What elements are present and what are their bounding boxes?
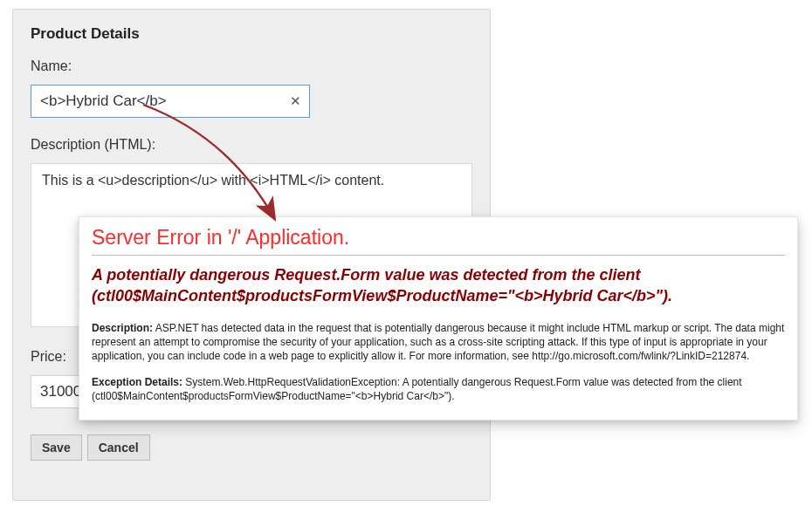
server-error-card: Server Error in '/' Application. A poten…: [79, 216, 798, 421]
error-subhead: A potentially dangerous Request.Form val…: [92, 264, 785, 307]
error-title: Server Error in '/' Application.: [92, 226, 785, 250]
error-exception-label: Exception Details:: [92, 376, 182, 388]
save-button[interactable]: Save: [31, 434, 82, 461]
button-row: Save Cancel: [31, 434, 472, 461]
clear-input-icon[interactable]: ✕: [290, 93, 301, 109]
name-input-wrap: ✕: [31, 85, 310, 118]
cancel-button[interactable]: Cancel: [87, 434, 150, 461]
error-description: Description: ASP.NET has detected data i…: [92, 321, 785, 364]
error-description-text: ASP.NET has detected data in the request…: [92, 322, 784, 362]
error-description-label: Description:: [92, 322, 153, 334]
error-divider: [92, 255, 785, 256]
name-input[interactable]: [31, 85, 310, 118]
error-exception: Exception Details: System.Web.HttpReques…: [92, 375, 785, 403]
name-label: Name:: [31, 58, 472, 74]
description-label: Description (HTML):: [31, 137, 472, 153]
panel-title: Product Details: [31, 25, 472, 43]
error-exception-text: System.Web.HttpRequestValidationExceptio…: [92, 376, 742, 402]
